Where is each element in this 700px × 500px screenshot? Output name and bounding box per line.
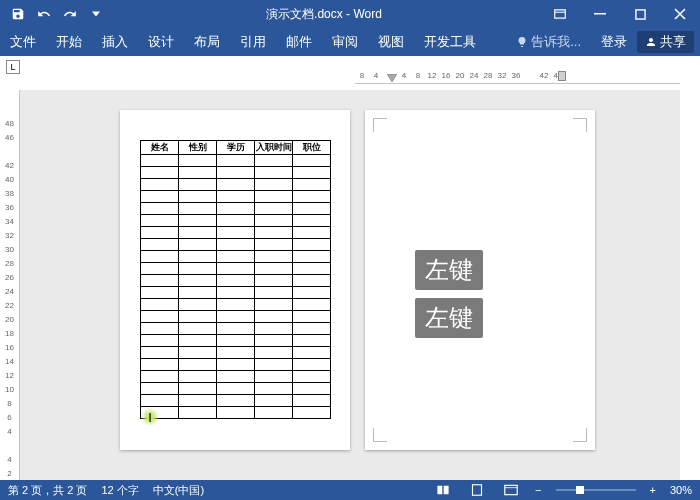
- table-cell[interactable]: [255, 287, 293, 299]
- table-row[interactable]: [141, 239, 331, 251]
- table-cell[interactable]: [179, 155, 217, 167]
- print-layout-button[interactable]: [467, 482, 487, 498]
- status-wordcount[interactable]: 12 个字: [101, 483, 138, 498]
- table-cell[interactable]: [293, 347, 331, 359]
- table-cell[interactable]: [179, 239, 217, 251]
- status-page[interactable]: 第 2 页，共 2 页: [8, 483, 87, 498]
- table-cell[interactable]: [217, 287, 255, 299]
- vertical-ruler[interactable]: 2446810121416182022242628303234363840424…: [0, 90, 20, 480]
- table-cell[interactable]: [255, 359, 293, 371]
- tab-layout[interactable]: 布局: [184, 28, 230, 56]
- table-row[interactable]: [141, 275, 331, 287]
- table-row[interactable]: [141, 191, 331, 203]
- table-cell[interactable]: [179, 179, 217, 191]
- table-cell[interactable]: [217, 239, 255, 251]
- table-row[interactable]: [141, 263, 331, 275]
- table-cell[interactable]: [293, 251, 331, 263]
- tab-mailings[interactable]: 邮件: [276, 28, 322, 56]
- table-row[interactable]: [141, 287, 331, 299]
- table-cell[interactable]: [179, 227, 217, 239]
- table-cell[interactable]: [141, 203, 179, 215]
- table-row[interactable]: [141, 227, 331, 239]
- table-cell[interactable]: [293, 227, 331, 239]
- table-cell[interactable]: [217, 311, 255, 323]
- table-cell[interactable]: [217, 191, 255, 203]
- table-row[interactable]: [141, 371, 331, 383]
- tab-selector[interactable]: L: [6, 60, 20, 74]
- table-cell[interactable]: [141, 359, 179, 371]
- close-button[interactable]: [660, 0, 700, 28]
- maximize-button[interactable]: [620, 0, 660, 28]
- table-cell[interactable]: [179, 191, 217, 203]
- table-cell[interactable]: [255, 251, 293, 263]
- tab-insert[interactable]: 插入: [92, 28, 138, 56]
- table-cell[interactable]: [217, 275, 255, 287]
- table-cell[interactable]: [179, 275, 217, 287]
- table-cell[interactable]: [293, 299, 331, 311]
- table-cell[interactable]: [293, 215, 331, 227]
- table-cell[interactable]: [217, 299, 255, 311]
- table-cell[interactable]: [293, 191, 331, 203]
- table-cell[interactable]: [255, 311, 293, 323]
- table-cell[interactable]: [255, 227, 293, 239]
- read-mode-button[interactable]: [433, 482, 453, 498]
- document-canvas[interactable]: 姓名性别学历入职时间职位 I 左键 左键: [20, 90, 680, 480]
- table-cell[interactable]: [141, 287, 179, 299]
- zoom-thumb[interactable]: [576, 486, 584, 494]
- table-cell[interactable]: [293, 167, 331, 179]
- table-row[interactable]: [141, 167, 331, 179]
- table-row[interactable]: [141, 155, 331, 167]
- table-cell[interactable]: [217, 335, 255, 347]
- table-cell[interactable]: [217, 359, 255, 371]
- table-cell[interactable]: [141, 167, 179, 179]
- table-cell[interactable]: [293, 311, 331, 323]
- table-row[interactable]: [141, 203, 331, 215]
- tab-design[interactable]: 设计: [138, 28, 184, 56]
- table-cell[interactable]: [293, 407, 331, 419]
- table-cell[interactable]: [255, 239, 293, 251]
- table-cell[interactable]: [255, 371, 293, 383]
- table-row[interactable]: [141, 299, 331, 311]
- table-cell[interactable]: [217, 383, 255, 395]
- horizontal-ruler[interactable]: 8448121620242832364246: [355, 68, 680, 84]
- zoom-out-button[interactable]: −: [535, 484, 541, 496]
- web-layout-button[interactable]: [501, 482, 521, 498]
- table-cell[interactable]: [141, 347, 179, 359]
- table-cell[interactable]: [179, 251, 217, 263]
- table-cell[interactable]: [255, 203, 293, 215]
- table-cell[interactable]: [141, 239, 179, 251]
- tab-file[interactable]: 文件: [0, 28, 46, 56]
- table-cell[interactable]: [255, 191, 293, 203]
- table-cell[interactable]: [141, 155, 179, 167]
- table-cell[interactable]: [255, 335, 293, 347]
- table-cell[interactable]: [141, 335, 179, 347]
- table-cell[interactable]: [217, 155, 255, 167]
- table-cell[interactable]: [141, 227, 179, 239]
- margin-marker[interactable]: [558, 71, 566, 81]
- table-cell[interactable]: [217, 395, 255, 407]
- table-cell[interactable]: [217, 215, 255, 227]
- table-cell[interactable]: [293, 395, 331, 407]
- table-cell[interactable]: [293, 371, 331, 383]
- table-row[interactable]: [141, 395, 331, 407]
- table-cell[interactable]: [179, 347, 217, 359]
- table-cell[interactable]: [217, 179, 255, 191]
- table-cell[interactable]: [179, 167, 217, 179]
- indent-marker[interactable]: [387, 74, 397, 82]
- table-cell[interactable]: [179, 383, 217, 395]
- table-cell[interactable]: [293, 323, 331, 335]
- minimize-button[interactable]: [580, 0, 620, 28]
- table-row[interactable]: [141, 335, 331, 347]
- undo-button[interactable]: [32, 3, 56, 25]
- share-button[interactable]: 共享: [637, 31, 694, 53]
- table-cell[interactable]: [217, 203, 255, 215]
- table-cell[interactable]: [141, 395, 179, 407]
- qat-customize-button[interactable]: [84, 3, 108, 25]
- table-cell[interactable]: [141, 299, 179, 311]
- zoom-level[interactable]: 30%: [670, 484, 692, 496]
- tab-review[interactable]: 审阅: [322, 28, 368, 56]
- table-cell[interactable]: [255, 179, 293, 191]
- table-cell[interactable]: [293, 179, 331, 191]
- table-cell[interactable]: [293, 203, 331, 215]
- table-cell[interactable]: [293, 239, 331, 251]
